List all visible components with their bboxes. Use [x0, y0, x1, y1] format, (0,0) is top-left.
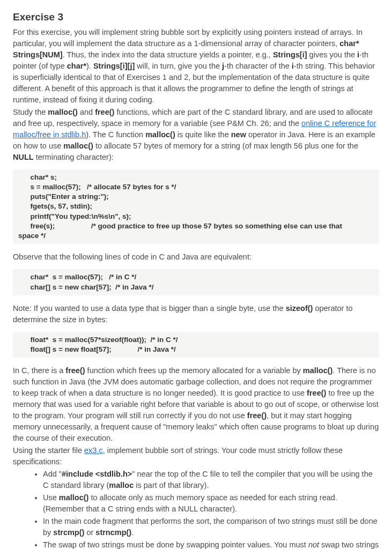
- code-inline: free(): [95, 108, 114, 116]
- list-item: The swap of two strings must be done by …: [43, 539, 379, 549]
- code-block-1: char* s; s = malloc(57); /* allocate 57 …: [13, 169, 379, 244]
- code-inline: malloc(): [48, 108, 78, 116]
- code-inline: malloc(): [303, 366, 333, 375]
- text: to allocate 57 bytes of memory for a str…: [93, 142, 358, 150]
- text: -th character of the: [224, 62, 292, 70]
- text: Add ": [43, 470, 62, 478]
- code-inline: Strings[i][j]: [93, 62, 135, 70]
- text: is part of that library).: [134, 481, 209, 489]
- text: is quite like the: [175, 130, 231, 139]
- note-paragraph: Note: If you wanted to use a data type t…: [13, 303, 379, 325]
- text: gives you the: [307, 50, 358, 59]
- text: and: [78, 108, 95, 116]
- text: .: [131, 528, 134, 537]
- code-inline: char*: [67, 62, 86, 70]
- code-inline: #include <stdlib.h>: [62, 470, 132, 478]
- starter-paragraph: Using the starter file ex3.c, implement …: [13, 445, 379, 468]
- text: . Thus, the index into the data structur…: [63, 50, 273, 59]
- code-block-2: char* s = malloc(57); /* in C */ char[] …: [13, 269, 379, 295]
- code-inline: free(): [307, 389, 326, 397]
- code-inline: new: [231, 130, 246, 139]
- list-item: Add "#include <stdlib.h>" near the top o…: [43, 469, 379, 491]
- text: terminating character):: [34, 153, 114, 161]
- free-paragraph: In C, there is a free() function which f…: [13, 365, 379, 444]
- code-inline: free(): [247, 411, 267, 420]
- code-inline: malloc(): [145, 130, 175, 139]
- code-inline: malloc(): [63, 142, 93, 150]
- observe-paragraph: Observe that the following lines of code…: [13, 251, 379, 263]
- code-inline: malloc(): [59, 493, 89, 502]
- list-item: In the main code fragment that performs …: [43, 516, 379, 538]
- code-block-3: float* s = malloc(57*sizeof(float)); /* …: [13, 332, 379, 358]
- text: will, in turn, give you the: [135, 62, 222, 70]
- text: ).: [86, 62, 93, 70]
- starter-file-link[interactable]: ex3.c: [84, 446, 103, 455]
- text: or: [84, 528, 95, 537]
- text: In C, there is a: [13, 366, 65, 375]
- text: The swap of two strings must be done by …: [43, 540, 308, 549]
- text: function which frees up the memory alloc…: [85, 366, 303, 375]
- text: Note: If you wanted to use a data type t…: [13, 304, 286, 313]
- intro-paragraph: For this exercise, you will implement st…: [13, 27, 379, 106]
- text: Using the starter file: [13, 446, 84, 455]
- text: ). The C function: [86, 130, 145, 139]
- code-inline: sizeof(): [286, 304, 313, 313]
- spec-list: Add "#include <stdlib.h>" near the top o…: [13, 469, 379, 549]
- code-inline: malloc: [109, 481, 134, 489]
- code-inline: Strings[i]: [273, 50, 307, 59]
- text: Use: [43, 493, 59, 502]
- emphasis: not: [308, 540, 319, 549]
- malloc-paragraph: Study the malloc() and free() functions,…: [13, 107, 379, 163]
- text: Study the: [13, 108, 48, 116]
- list-item: Use malloc() to allocate only as much me…: [43, 492, 379, 515]
- code-inline: NULL: [13, 153, 34, 161]
- code-inline: strncmp(): [95, 528, 131, 537]
- text: For this exercise, you will implement st…: [13, 28, 363, 48]
- code-inline: free(): [65, 366, 85, 375]
- code-inline: strcmp(): [53, 528, 84, 537]
- exercise-title: Exercise 3: [13, 10, 379, 25]
